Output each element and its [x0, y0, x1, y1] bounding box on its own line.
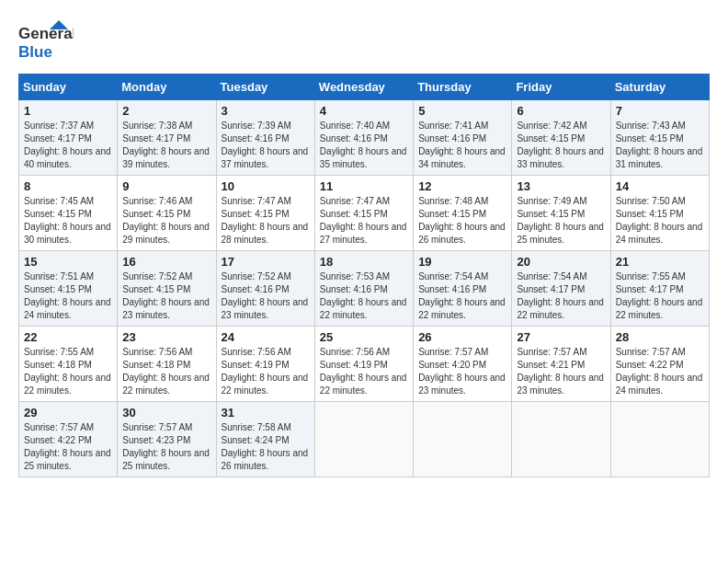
day-detail: Sunrise: 7:43 AM Sunset: 4:15 PM Dayligh… — [616, 120, 704, 171]
day-cell: 28Sunrise: 7:57 AM Sunset: 4:22 PM Dayli… — [610, 327, 709, 402]
day-number: 2 — [122, 104, 210, 118]
day-cell: 23Sunrise: 7:56 AM Sunset: 4:18 PM Dayli… — [118, 327, 216, 402]
day-detail: Sunrise: 7:56 AM Sunset: 4:19 PM Dayligh… — [222, 346, 310, 397]
week-row-5: 29Sunrise: 7:57 AM Sunset: 4:22 PM Dayli… — [19, 402, 710, 477]
day-cell: 11Sunrise: 7:47 AM Sunset: 4:15 PM Dayli… — [314, 176, 413, 251]
day-cell: 27Sunrise: 7:57 AM Sunset: 4:21 PM Dayli… — [512, 327, 610, 402]
day-number: 20 — [517, 255, 605, 269]
day-detail: Sunrise: 7:49 AM Sunset: 4:15 PM Dayligh… — [517, 195, 605, 247]
day-cell: 15Sunrise: 7:51 AM Sunset: 4:15 PM Dayli… — [19, 251, 118, 327]
day-cell: 13Sunrise: 7:49 AM Sunset: 4:15 PM Dayli… — [512, 176, 610, 251]
day-detail: Sunrise: 7:57 AM Sunset: 4:22 PM Dayligh… — [616, 346, 704, 397]
header-cell-friday: Friday — [512, 75, 610, 100]
logo-icon: GeneralBlue — [18, 18, 74, 64]
day-cell: 29Sunrise: 7:57 AM Sunset: 4:22 PM Dayli… — [19, 402, 118, 477]
day-detail: Sunrise: 7:56 AM Sunset: 4:19 PM Dayligh… — [320, 346, 408, 397]
header-cell-monday: Monday — [118, 75, 216, 100]
day-cell: 10Sunrise: 7:47 AM Sunset: 4:15 PM Dayli… — [216, 176, 314, 251]
day-number: 25 — [320, 330, 408, 344]
day-cell: 16Sunrise: 7:52 AM Sunset: 4:15 PM Dayli… — [118, 251, 216, 327]
day-detail: Sunrise: 7:57 AM Sunset: 4:23 PM Dayligh… — [122, 421, 210, 473]
day-cell: 6Sunrise: 7:42 AM Sunset: 4:15 PM Daylig… — [512, 100, 610, 176]
day-number: 18 — [320, 255, 408, 269]
day-number: 22 — [24, 330, 112, 344]
day-number: 10 — [222, 179, 310, 193]
day-cell: 2Sunrise: 7:38 AM Sunset: 4:17 PM Daylig… — [118, 100, 216, 176]
day-cell: 18Sunrise: 7:53 AM Sunset: 4:16 PM Dayli… — [314, 251, 413, 327]
day-detail: Sunrise: 7:51 AM Sunset: 4:15 PM Dayligh… — [24, 270, 112, 322]
day-detail: Sunrise: 7:54 AM Sunset: 4:17 PM Dayligh… — [517, 270, 605, 322]
day-cell — [512, 402, 610, 477]
header-cell-thursday: Thursday — [414, 75, 512, 100]
logo: GeneralBlue — [18, 18, 74, 64]
day-number: 26 — [418, 330, 506, 344]
day-number: 21 — [616, 255, 704, 269]
header-row: SundayMondayTuesdayWednesdayThursdayFrid… — [19, 75, 710, 100]
day-cell: 5Sunrise: 7:41 AM Sunset: 4:16 PM Daylig… — [414, 100, 512, 176]
header-cell-sunday: Sunday — [19, 75, 118, 100]
day-detail: Sunrise: 7:48 AM Sunset: 4:15 PM Dayligh… — [418, 195, 506, 247]
day-cell: 8Sunrise: 7:45 AM Sunset: 4:15 PM Daylig… — [19, 176, 118, 251]
day-number: 12 — [418, 179, 506, 193]
day-cell: 7Sunrise: 7:43 AM Sunset: 4:15 PM Daylig… — [610, 100, 709, 176]
day-detail: Sunrise: 7:52 AM Sunset: 4:15 PM Dayligh… — [122, 270, 210, 322]
day-detail: Sunrise: 7:53 AM Sunset: 4:16 PM Dayligh… — [320, 270, 408, 322]
week-row-3: 15Sunrise: 7:51 AM Sunset: 4:15 PM Dayli… — [19, 251, 710, 327]
header-cell-wednesday: Wednesday — [314, 75, 413, 100]
day-cell — [414, 402, 512, 477]
day-number: 9 — [122, 179, 210, 193]
day-number: 30 — [122, 406, 210, 419]
day-number: 3 — [222, 104, 310, 118]
day-number: 6 — [517, 104, 605, 118]
day-cell: 31Sunrise: 7:58 AM Sunset: 4:24 PM Dayli… — [216, 402, 314, 477]
page-header: GeneralBlue — [18, 18, 710, 64]
header-cell-tuesday: Tuesday — [216, 75, 314, 100]
day-cell: 17Sunrise: 7:52 AM Sunset: 4:16 PM Dayli… — [216, 251, 314, 327]
day-detail: Sunrise: 7:45 AM Sunset: 4:15 PM Dayligh… — [24, 195, 112, 247]
day-number: 27 — [517, 330, 605, 344]
day-detail: Sunrise: 7:52 AM Sunset: 4:16 PM Dayligh… — [222, 270, 310, 322]
day-detail: Sunrise: 7:56 AM Sunset: 4:18 PM Dayligh… — [122, 346, 210, 397]
day-detail: Sunrise: 7:58 AM Sunset: 4:24 PM Dayligh… — [222, 421, 310, 473]
day-cell: 1Sunrise: 7:37 AM Sunset: 4:17 PM Daylig… — [19, 100, 118, 176]
day-number: 13 — [517, 179, 605, 193]
header-cell-saturday: Saturday — [610, 75, 709, 100]
day-number: 15 — [24, 255, 112, 269]
day-detail: Sunrise: 7:40 AM Sunset: 4:16 PM Dayligh… — [320, 120, 408, 171]
day-cell: 20Sunrise: 7:54 AM Sunset: 4:17 PM Dayli… — [512, 251, 610, 327]
day-detail: Sunrise: 7:54 AM Sunset: 4:16 PM Dayligh… — [418, 270, 506, 322]
day-detail: Sunrise: 7:57 AM Sunset: 4:21 PM Dayligh… — [517, 346, 605, 397]
day-cell: 3Sunrise: 7:39 AM Sunset: 4:16 PM Daylig… — [216, 100, 314, 176]
day-number: 17 — [222, 255, 310, 269]
day-number: 14 — [616, 179, 704, 193]
week-row-1: 1Sunrise: 7:37 AM Sunset: 4:17 PM Daylig… — [19, 100, 710, 176]
day-number: 29 — [24, 406, 112, 419]
day-cell — [314, 402, 413, 477]
day-detail: Sunrise: 7:47 AM Sunset: 4:15 PM Dayligh… — [222, 195, 310, 247]
day-detail: Sunrise: 7:37 AM Sunset: 4:17 PM Dayligh… — [24, 120, 112, 171]
week-row-4: 22Sunrise: 7:55 AM Sunset: 4:18 PM Dayli… — [19, 327, 710, 402]
day-cell: 12Sunrise: 7:48 AM Sunset: 4:15 PM Dayli… — [414, 176, 512, 251]
day-number: 7 — [616, 104, 704, 118]
day-detail: Sunrise: 7:41 AM Sunset: 4:16 PM Dayligh… — [418, 120, 506, 171]
day-number: 28 — [616, 330, 704, 344]
week-row-2: 8Sunrise: 7:45 AM Sunset: 4:15 PM Daylig… — [19, 176, 710, 251]
day-number: 4 — [320, 104, 408, 118]
day-detail: Sunrise: 7:50 AM Sunset: 4:15 PM Dayligh… — [616, 195, 704, 247]
svg-text:Blue: Blue — [18, 43, 52, 61]
calendar-header: SundayMondayTuesdayWednesdayThursdayFrid… — [19, 75, 710, 100]
day-number: 24 — [222, 330, 310, 344]
day-detail: Sunrise: 7:39 AM Sunset: 4:16 PM Dayligh… — [222, 120, 310, 171]
day-cell: 19Sunrise: 7:54 AM Sunset: 4:16 PM Dayli… — [414, 251, 512, 327]
day-detail: Sunrise: 7:47 AM Sunset: 4:15 PM Dayligh… — [320, 195, 408, 247]
day-cell: 25Sunrise: 7:56 AM Sunset: 4:19 PM Dayli… — [314, 327, 413, 402]
day-detail: Sunrise: 7:42 AM Sunset: 4:15 PM Dayligh… — [517, 120, 605, 171]
day-cell: 14Sunrise: 7:50 AM Sunset: 4:15 PM Dayli… — [610, 176, 709, 251]
day-cell — [610, 402, 709, 477]
day-detail: Sunrise: 7:38 AM Sunset: 4:17 PM Dayligh… — [122, 120, 210, 171]
day-detail: Sunrise: 7:46 AM Sunset: 4:15 PM Dayligh… — [122, 195, 210, 247]
calendar-body: 1Sunrise: 7:37 AM Sunset: 4:17 PM Daylig… — [19, 100, 710, 477]
day-number: 1 — [24, 104, 112, 118]
calendar-table: SundayMondayTuesdayWednesdayThursdayFrid… — [18, 74, 710, 477]
day-cell: 9Sunrise: 7:46 AM Sunset: 4:15 PM Daylig… — [118, 176, 216, 251]
